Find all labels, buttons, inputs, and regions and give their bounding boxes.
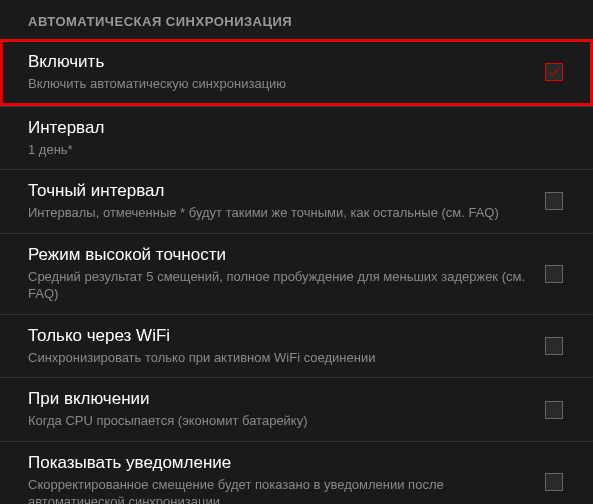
checkbox[interactable]: [545, 401, 563, 419]
setting-row-4[interactable]: Только через WiFiСинхронизировать только…: [0, 314, 593, 378]
checkbox[interactable]: [545, 63, 563, 81]
setting-title: Включить: [28, 52, 529, 72]
setting-title: Точный интервал: [28, 181, 529, 201]
setting-subtitle: Скорректированное смещение будет показан…: [28, 476, 529, 504]
setting-subtitle: Когда CPU просыпается (экономит батарейк…: [28, 412, 529, 430]
setting-text: Интервал1 день*: [28, 118, 545, 159]
setting-title: При включении: [28, 389, 529, 409]
checkbox[interactable]: [545, 473, 563, 491]
setting-row-0[interactable]: ВключитьВключить автоматическую синхрони…: [0, 39, 593, 106]
section-header: АВТОМАТИЧЕСКАЯ СИНХРОНИЗАЦИЯ: [0, 0, 593, 39]
setting-subtitle: Синхронизировать только при активном WiF…: [28, 349, 529, 367]
checkbox[interactable]: [545, 192, 563, 210]
setting-subtitle: Включить автоматическую синхронизацию: [28, 75, 529, 93]
setting-subtitle: 1 день*: [28, 141, 529, 159]
checkbox[interactable]: [545, 337, 563, 355]
setting-title: Только через WiFi: [28, 326, 529, 346]
setting-text: Режим высокой точностиСредний результат …: [28, 245, 545, 303]
checkbox[interactable]: [545, 265, 563, 283]
setting-subtitle: Средний результат 5 смещений, полное про…: [28, 268, 529, 303]
setting-row-3[interactable]: Режим высокой точностиСредний результат …: [0, 233, 593, 314]
setting-text: Показывать уведомлениеСкорректированное …: [28, 453, 545, 504]
setting-text: ВключитьВключить автоматическую синхрони…: [28, 52, 545, 93]
setting-title: Интервал: [28, 118, 529, 138]
setting-text: При включенииКогда CPU просыпается (экон…: [28, 389, 545, 430]
setting-title: Показывать уведомление: [28, 453, 529, 473]
check-icon: [547, 65, 561, 79]
setting-subtitle: Интервалы, отмеченные * будут такими же …: [28, 204, 529, 222]
settings-container: АВТОМАТИЧЕСКАЯ СИНХРОНИЗАЦИЯ ВключитьВкл…: [0, 0, 593, 504]
setting-row-1[interactable]: Интервал1 день*: [0, 106, 593, 170]
setting-row-6[interactable]: Показывать уведомлениеСкорректированное …: [0, 441, 593, 504]
setting-title: Режим высокой точности: [28, 245, 529, 265]
setting-text: Только через WiFiСинхронизировать только…: [28, 326, 545, 367]
setting-row-5[interactable]: При включенииКогда CPU просыпается (экон…: [0, 377, 593, 441]
setting-row-2[interactable]: Точный интервалИнтервалы, отмеченные * б…: [0, 169, 593, 233]
settings-list: ВключитьВключить автоматическую синхрони…: [0, 39, 593, 504]
setting-text: Точный интервалИнтервалы, отмеченные * б…: [28, 181, 545, 222]
